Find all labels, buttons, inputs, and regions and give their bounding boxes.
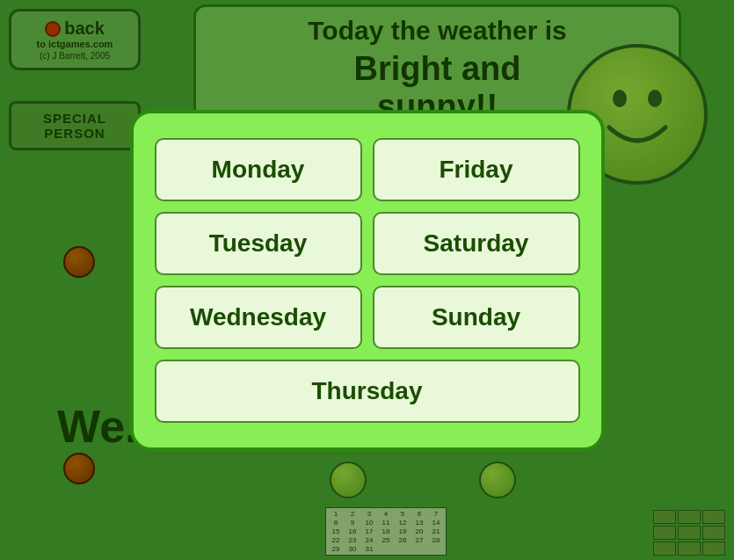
modal-overlay: Monday Friday Tuesday Saturday Wednesday… <box>0 0 734 560</box>
thursday-button[interactable]: Thursday <box>155 360 580 423</box>
friday-button[interactable]: Friday <box>373 138 580 201</box>
day-row-1: Monday Friday <box>155 138 580 201</box>
day-row-4: Thursday <box>155 360 580 423</box>
wednesday-button[interactable]: Wednesday <box>155 286 362 349</box>
days-modal: Monday Friday Tuesday Saturday Wednesday… <box>130 110 605 451</box>
saturday-button[interactable]: Saturday <box>373 212 580 275</box>
monday-button[interactable]: Monday <box>155 138 362 201</box>
tuesday-button[interactable]: Tuesday <box>155 212 362 275</box>
day-row-2: Tuesday Saturday <box>155 212 580 275</box>
day-row-3: Wednesday Sunday <box>155 286 580 349</box>
sunday-button[interactable]: Sunday <box>373 286 580 349</box>
